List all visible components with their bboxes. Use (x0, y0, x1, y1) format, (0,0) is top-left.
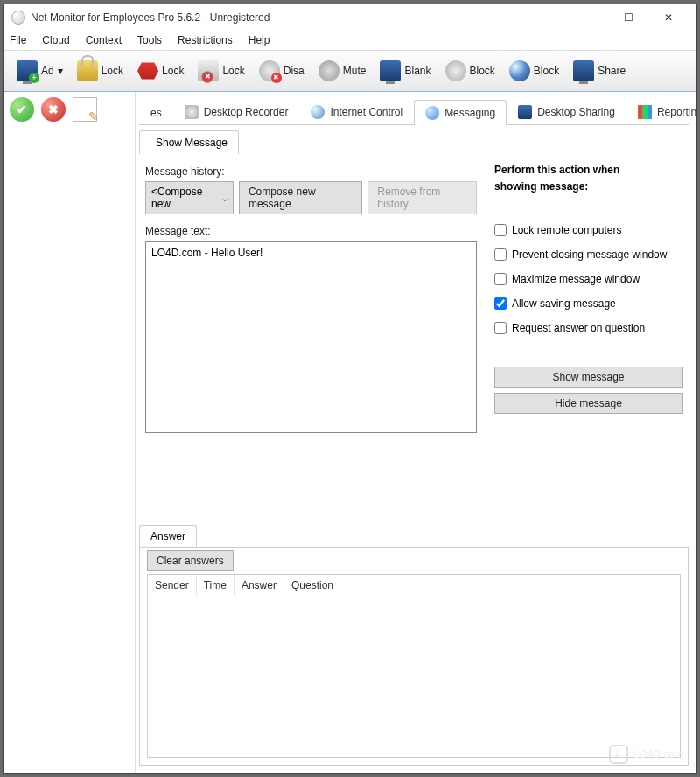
subtab-show-message[interactable]: Show Message (139, 130, 239, 154)
menu-help[interactable]: Help (248, 34, 270, 46)
col-question[interactable]: Question (284, 575, 680, 596)
col-time[interactable]: Time (197, 575, 234, 596)
col-left: Message history: <Compose new Compose ne… (145, 162, 477, 508)
clear-answers-button[interactable]: Clear answers (147, 550, 234, 571)
tab-internet-control[interactable]: Internet Control (299, 99, 414, 124)
checkbox-maximize[interactable] (494, 273, 507, 285)
toolbar-lock-2[interactable]: Lock (130, 57, 191, 85)
tab-messaging[interactable]: Messaging (414, 100, 507, 125)
padlock-icon (77, 60, 98, 81)
globe-icon (311, 105, 325, 119)
edit-doc-button[interactable] (73, 97, 97, 122)
remove-history-button[interactable]: Remove from history (368, 181, 477, 214)
show-message-button[interactable]: Show message (494, 367, 682, 388)
label-text: Message text: (145, 225, 477, 237)
col-sender[interactable]: Sender (148, 575, 197, 596)
toolbar-block-1[interactable]: Block (438, 57, 502, 85)
content: Message history: <Compose new Compose ne… (139, 154, 689, 516)
body-area: ✔ ✖ es Desktop Recorder Internet Control… (4, 92, 696, 773)
titlebar: Net Monitor for Employees Pro 5.6.2 - Un… (4, 4, 696, 31)
checkbox-prevent-close[interactable] (494, 248, 507, 261)
right-pane: es Desktop Recorder Internet Control Mes… (136, 92, 696, 773)
subtabs: Show Message (139, 125, 689, 154)
reject-button[interactable]: ✖ (41, 97, 66, 122)
monitor-icon (518, 105, 532, 119)
share-icon (573, 60, 594, 81)
check-lock-remote[interactable]: Lock remote computers (494, 224, 682, 236)
maximize-button[interactable]: ☐ (608, 4, 648, 31)
toolbar-disable[interactable]: Disa (252, 57, 312, 85)
left-pane: ✔ ✖ (4, 92, 136, 773)
menu-tools[interactable]: Tools (137, 34, 162, 46)
app-icon (11, 10, 25, 24)
check-prevent-close[interactable]: Prevent closing message window (494, 248, 682, 261)
monitor-blank-icon (380, 60, 401, 81)
answer-box: Clear answers Sender Time Answer Questio… (139, 547, 689, 766)
checkbox-lock-remote[interactable] (494, 224, 507, 236)
speaker-icon (318, 60, 340, 81)
window-title: Net Monitor for Employees Pro 5.6.2 - Un… (31, 11, 568, 24)
tab-fragment[interactable]: es (139, 101, 173, 124)
menu-file[interactable]: File (10, 34, 26, 46)
check-request-answer[interactable]: Request answer on question (494, 322, 682, 334)
answer-tab[interactable]: Answer (139, 525, 197, 547)
tab-desktop-sharing[interactable]: Desktop Sharing (507, 99, 626, 124)
toolbar: Ad▾ Lock Lock Lock Disa Mute Blank Block… (4, 50, 696, 92)
usb-lock-icon (137, 60, 158, 81)
col-answer[interactable]: Answer (234, 575, 284, 596)
tab-reporting[interactable]: Reporting (626, 99, 696, 124)
tab-desktop-recorder[interactable]: Desktop Recorder (173, 99, 300, 124)
toolbar-add-computer[interactable]: Ad▾ (10, 57, 70, 85)
menu-restrictions[interactable]: Restrictions (178, 34, 233, 46)
menu-context[interactable]: Context (86, 34, 122, 46)
toolbar-mute[interactable]: Mute (312, 57, 374, 85)
caret-down-icon: ▾ (58, 65, 63, 77)
answer-table-head: Sender Time Answer Question (148, 575, 680, 596)
toolbar-blank[interactable]: Blank (373, 57, 438, 85)
check-allow-saving[interactable]: Allow saving message (494, 298, 682, 310)
check-maximize[interactable]: Maximize message window (494, 273, 682, 285)
minimize-button[interactable]: — (568, 4, 608, 31)
accept-button[interactable]: ✔ (10, 97, 34, 122)
action-title: Perform this action when showing message… (494, 162, 682, 195)
close-button[interactable]: ✕ (648, 4, 689, 31)
block-icon (445, 60, 466, 81)
col-right: Perform this action when showing message… (494, 162, 682, 508)
answer-section: Answer Clear answers Sender Time Answer … (139, 525, 689, 766)
globe-block-icon (509, 60, 530, 81)
checkbox-request-answer[interactable] (494, 322, 507, 334)
menubar: File Cloud Context Tools Restrictions He… (4, 31, 696, 50)
disable-icon (259, 60, 280, 81)
tabstrip: es Desktop Recorder Internet Control Mes… (139, 95, 689, 125)
answer-table: Sender Time Answer Question (147, 574, 681, 758)
compose-dropdown[interactable]: <Compose new (145, 181, 234, 214)
label-history: Message history: (145, 165, 477, 178)
bars-icon (638, 105, 652, 119)
toolbar-lock-3[interactable]: Lock (191, 57, 251, 85)
checkbox-allow-saving[interactable] (494, 298, 507, 310)
monitor-add-icon (17, 60, 38, 81)
toolbar-block-2[interactable]: Block (502, 57, 566, 85)
app-window: Net Monitor for Employees Pro 5.6.2 - Un… (4, 4, 696, 774)
toolbar-share[interactable]: Share (566, 57, 633, 85)
bubble-icon (425, 106, 439, 120)
printer-lock-icon (198, 60, 219, 81)
toolbar-lock-1[interactable]: Lock (70, 57, 130, 85)
recorder-icon (185, 105, 199, 119)
hide-message-button[interactable]: Hide message (494, 393, 682, 414)
compose-new-button[interactable]: Compose new message (239, 181, 362, 214)
message-text-input[interactable] (145, 241, 477, 433)
menu-cloud[interactable]: Cloud (42, 34, 69, 46)
